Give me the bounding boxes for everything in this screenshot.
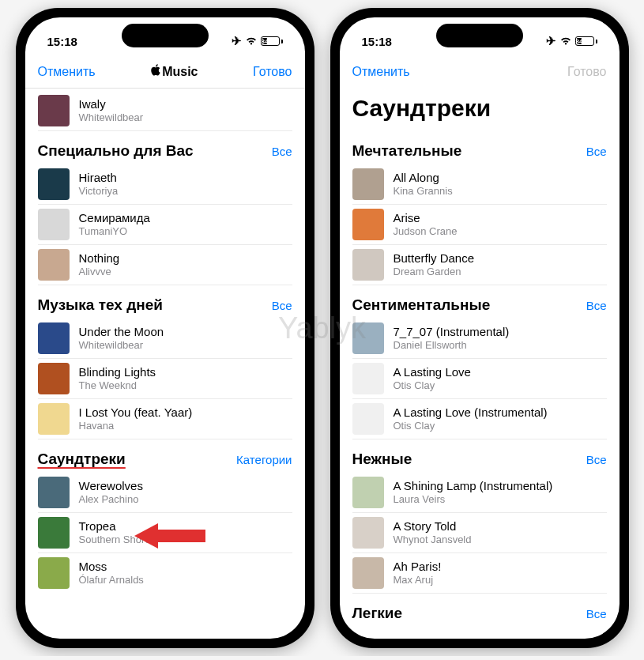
track-artist: Whitewildbear	[79, 111, 144, 124]
list-item[interactable]: Moss Ólafur Arnalds	[38, 553, 292, 593]
album-art	[38, 517, 70, 549]
track-title: Hiraeth	[79, 171, 119, 186]
album-art	[352, 477, 384, 508]
track-artist: Judson Crane	[394, 225, 458, 238]
svg-marker-0	[134, 523, 205, 549]
section-link[interactable]: Все	[586, 299, 607, 312]
album-art	[38, 477, 70, 508]
section-title: Нежные	[352, 451, 412, 468]
track-artist: Daniel Ellsworth	[394, 339, 510, 352]
content-right[interactable]: Саундтреки Мечтательные Все All Along Ki…	[340, 89, 620, 639]
album-art	[352, 557, 384, 589]
phone-right: 15:18 ✈ 34 Отменить Готово Саундтреки Ме…	[330, 8, 629, 648]
done-button: Готово	[567, 65, 606, 79]
list-item[interactable]: Butterfly Dance Dream Garden	[352, 245, 607, 285]
track-title: Iwaly	[79, 97, 144, 112]
album-art	[38, 209, 70, 240]
done-button[interactable]: Готово	[253, 65, 292, 79]
track-artist: Ólafur Arnalds	[79, 574, 144, 586]
track-title: A Lasting Love (Instrumental)	[394, 405, 548, 421]
track-artist: TumaniYO	[79, 225, 150, 238]
section-header: Мечтательные Все	[352, 131, 607, 164]
list-item[interactable]: A Story Told Whynot Jansveld	[352, 513, 607, 553]
navbar: Отменить Готово	[340, 55, 620, 89]
track-title: All Along	[394, 171, 453, 186]
list-item[interactable]: A Lasting Love (Instrumental) Otis Clay	[352, 399, 607, 439]
list-item[interactable]: Hiraeth Victoriya	[38, 164, 292, 205]
section-title: Саундтреки	[38, 451, 126, 468]
section-link[interactable]: Категории	[236, 453, 292, 466]
section-header: Сентиментальные Все	[352, 285, 607, 319]
list-item[interactable]: Arise Judson Crane	[352, 205, 607, 245]
status-right: ✈ 34	[546, 34, 597, 48]
track-title: Butterfly Dance	[394, 251, 475, 266]
album-art	[38, 249, 70, 281]
list-item[interactable]: A Lasting Love Otis Clay	[352, 359, 607, 399]
list-item[interactable]: Blinding Lights The Weeknd	[38, 359, 292, 399]
album-art	[38, 168, 70, 200]
track-artist: Laura Veirs	[394, 493, 553, 506]
section-link[interactable]: Все	[272, 145, 292, 158]
list-item[interactable]: A Shining Lamp (Instrumental) Laura Veir…	[352, 473, 607, 513]
track-artist: Kina Grannis	[394, 185, 453, 198]
track-title: Under the Moon	[79, 325, 164, 340]
battery-icon: 34	[575, 36, 597, 46]
track-title: Moss	[79, 560, 144, 575]
airplane-icon: ✈	[546, 34, 556, 48]
album-art	[352, 249, 384, 281]
list-item[interactable]: I Lost You (feat. Yaar) Havana	[38, 399, 292, 439]
list-item[interactable]: Семирамида TumaniYO	[38, 205, 292, 245]
wifi-icon	[245, 35, 258, 48]
arrow-annotation	[134, 519, 205, 553]
list-item[interactable]: 7_7_07 (Instrumental) Daniel Ellsworth	[352, 319, 607, 359]
list-item[interactable]: Under the Moon Whitewildbear	[38, 319, 292, 359]
cancel-button[interactable]: Отменить	[352, 65, 410, 79]
navbar: Отменить Music Готово	[25, 55, 305, 89]
section-link[interactable]: Все	[586, 453, 607, 466]
track-title: I Lost You (feat. Yaar)	[79, 405, 193, 421]
track-artist: Havana	[79, 420, 193, 432]
screen-right: 15:18 ✈ 34 Отменить Готово Саундтреки Ме…	[340, 17, 620, 639]
track-title: A Lasting Love	[394, 365, 471, 380]
album-art	[352, 403, 384, 435]
status-right: ✈ 34	[232, 34, 283, 48]
nav-title: Music	[150, 64, 198, 79]
track-artist: Whynot Jansveld	[394, 534, 472, 546]
section-title: Легкие	[352, 605, 403, 622]
track-title: Семирамида	[79, 211, 150, 226]
album-art	[352, 517, 384, 549]
status-bar: 15:18 ✈ 34	[25, 17, 305, 55]
content-left[interactable]: Iwaly Whitewildbear Специально для Вас В…	[25, 89, 305, 639]
list-item[interactable]: Nothing Alivvve	[38, 245, 292, 285]
airplane-icon: ✈	[232, 34, 242, 48]
list-item[interactable]: All Along Kina Grannis	[352, 164, 607, 205]
section-link[interactable]: Все	[272, 299, 292, 312]
album-art	[352, 322, 384, 354]
track-title: Arise	[394, 211, 458, 226]
album-art	[352, 168, 384, 200]
track-title: Nothing	[79, 251, 120, 266]
page-title: Саундтреки	[352, 89, 607, 131]
track-title: A Shining Lamp (Instrumental)	[394, 479, 553, 494]
cancel-button[interactable]: Отменить	[38, 65, 96, 79]
track-artist: Alivvve	[79, 266, 120, 278]
track-title: Ah Paris!	[394, 560, 442, 575]
wifi-icon	[559, 35, 572, 48]
list-item[interactable]: Iwaly Whitewildbear	[38, 89, 292, 131]
track-artist: The Weeknd	[79, 379, 156, 392]
list-item[interactable]: Werewolves Alex Pachino	[38, 473, 292, 513]
track-title: A Story Told	[394, 519, 472, 534]
section-title: Сентиментальные	[352, 296, 491, 314]
track-artist: Otis Clay	[394, 379, 471, 392]
section-title: Музыка тех дней	[38, 296, 163, 314]
album-art	[38, 363, 70, 394]
album-art	[38, 557, 70, 589]
track-artist: Max Aruj	[394, 574, 442, 586]
list-item[interactable]: Ah Paris! Max Aruj	[352, 553, 607, 594]
section-link[interactable]: Все	[586, 145, 607, 158]
album-art	[38, 403, 70, 435]
apple-logo-icon	[150, 64, 160, 79]
section-header: Саундтреки Категории	[38, 439, 292, 473]
status-time: 15:18	[362, 35, 392, 48]
section-link[interactable]: Все	[586, 607, 607, 620]
